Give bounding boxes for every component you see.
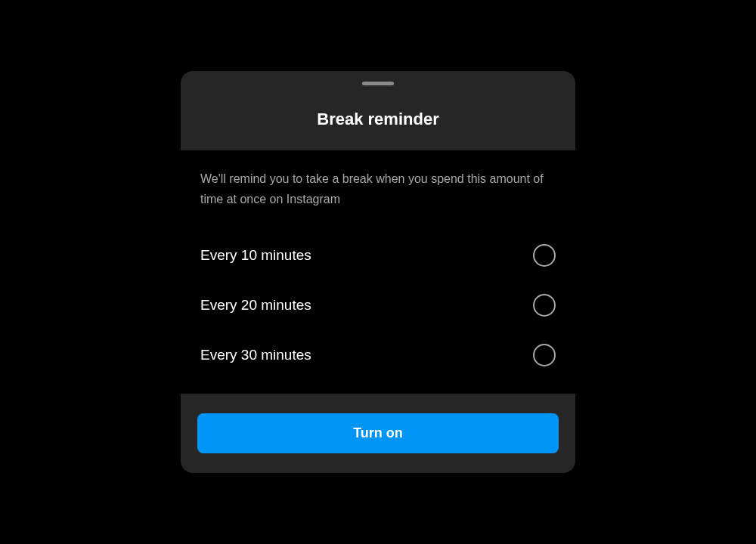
radio-icon — [533, 244, 556, 267]
sheet-header: Break reminder — [181, 71, 575, 150]
option-label: Every 10 minutes — [200, 247, 311, 264]
option-label: Every 20 minutes — [200, 297, 311, 314]
turn-on-button[interactable]: Turn on — [197, 413, 559, 453]
sheet-content: We'll remind you to take a break when yo… — [181, 150, 575, 394]
option-10-minutes[interactable]: Every 10 minutes — [200, 230, 556, 280]
radio-icon — [533, 294, 556, 317]
description-text: We'll remind you to take a break when yo… — [200, 168, 556, 209]
drag-handle-icon[interactable] — [362, 82, 394, 85]
sheet-title: Break reminder — [181, 110, 575, 129]
option-label: Every 30 minutes — [200, 347, 311, 363]
option-30-minutes[interactable]: Every 30 minutes — [200, 330, 556, 380]
break-reminder-sheet: Break reminder We'll remind you to take … — [181, 71, 575, 473]
option-20-minutes[interactable]: Every 20 minutes — [200, 280, 556, 330]
radio-icon — [533, 344, 556, 366]
sheet-footer: Turn on — [181, 394, 575, 473]
